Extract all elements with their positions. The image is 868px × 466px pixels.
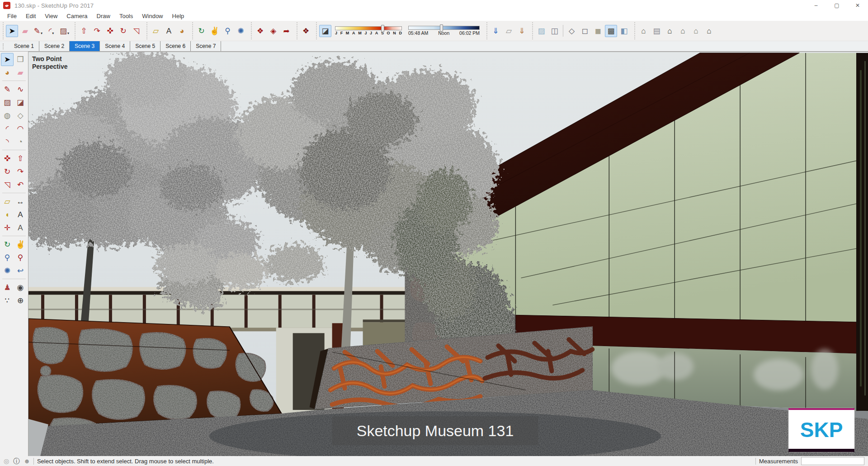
tool-rotate[interactable]: ↻ <box>1 165 14 178</box>
tool-select[interactable]: ➤ <box>1 53 14 66</box>
tool-orbit[interactable]: ↻ <box>1 238 14 251</box>
maximize-button[interactable]: ▢ <box>826 0 847 11</box>
dropdown-caret-icon[interactable]: ▾ <box>41 31 42 35</box>
tool-eraser[interactable]: ▰ <box>14 66 27 79</box>
tool-rotated-rectangle[interactable]: ◪ <box>14 96 27 109</box>
view-left-button[interactable]: ⌂ <box>703 25 715 37</box>
text-button[interactable]: A <box>163 25 175 37</box>
tool-offset[interactable]: ↶ <box>14 178 27 191</box>
select-button[interactable]: ➤ <box>6 25 18 37</box>
viewport-3d[interactable]: Sketchup Museum 131 SKP Two Point Perspe… <box>28 52 868 456</box>
orbit-button[interactable]: ↻ <box>195 25 208 37</box>
tool-pie[interactable]: ◔ <box>14 135 27 148</box>
tool-pan[interactable]: ✌ <box>14 238 27 251</box>
pan-button[interactable]: ✌ <box>208 25 221 37</box>
view-back-button[interactable]: ⌂ <box>690 25 702 37</box>
tool-two-point-arc[interactable]: ◠ <box>14 122 27 135</box>
tool-axes[interactable]: ✛ <box>1 221 14 234</box>
move-button[interactable]: ✜ <box>104 25 116 37</box>
line-button[interactable]: ✎▾ <box>32 25 44 37</box>
shaded-button[interactable]: ◼ <box>592 25 604 37</box>
add-location-button[interactable]: ⇓ <box>490 25 502 37</box>
zoom-button[interactable]: ⚲ <box>222 25 234 37</box>
menu-help[interactable]: Help <box>168 13 189 19</box>
back-edges-button[interactable]: ◫ <box>548 25 561 37</box>
rotate-button[interactable]: ↻ <box>117 25 129 37</box>
paint-bucket-button[interactable]: ◕ <box>176 25 188 37</box>
sign-in-status-icon[interactable]: ☻ <box>24 458 30 464</box>
tool-zoom-window[interactable]: ⚲ <box>14 251 27 264</box>
scene-tab-7[interactable]: Scene 7 <box>191 41 221 51</box>
time-slider-handle[interactable] <box>440 24 443 32</box>
minimize-button[interactable]: – <box>806 0 826 11</box>
scene-tab-2[interactable]: Scene 2 <box>39 41 70 51</box>
toggle-terrain-button[interactable]: ▱ <box>503 25 515 37</box>
extension-warehouse-button[interactable]: ❖ <box>254 25 266 37</box>
scale-button[interactable]: ◹ <box>130 25 142 37</box>
tool-push-pull[interactable]: ⇧ <box>14 152 27 165</box>
close-button[interactable]: ✕ <box>847 0 868 11</box>
view-top-button[interactable]: ▤ <box>651 25 663 37</box>
hidden-line-button[interactable]: ◻ <box>579 25 591 37</box>
menu-view[interactable]: View <box>40 13 62 19</box>
rectangle-button[interactable]: ▨▾ <box>58 25 71 37</box>
follow-me-button[interactable]: ↷ <box>91 25 103 37</box>
tool-three-point-arc[interactable]: ◝ <box>1 135 14 148</box>
tool-dimensions[interactable]: ↔ <box>14 195 27 208</box>
menu-draw[interactable]: Draw <box>92 13 115 19</box>
tool-move[interactable]: ✜ <box>1 152 14 165</box>
tool-tape-measure[interactable]: ▱ <box>1 195 14 208</box>
zoom-extents-button[interactable]: ✺ <box>235 25 247 37</box>
tool-polygon[interactable]: ◇ <box>14 109 27 122</box>
dropdown-caret-icon[interactable]: ▾ <box>67 31 69 35</box>
shadow-month-slider[interactable]: JFMAMJJASOND <box>335 26 402 35</box>
tool-look-around[interactable]: ◉ <box>14 281 27 294</box>
tool-zoom[interactable]: ⚲ <box>1 251 14 264</box>
tool-circle[interactable]: ◍ <box>1 109 14 122</box>
monochrome-button[interactable]: ◧ <box>618 25 630 37</box>
wireframe-button[interactable]: ◇ <box>566 25 578 37</box>
tool-previous-view[interactable]: ↩ <box>14 264 27 277</box>
tool-zoom-extents[interactable]: ✺ <box>1 264 14 277</box>
dropdown-caret-icon[interactable]: ▾ <box>52 31 54 35</box>
eraser-button[interactable]: ▰ <box>19 25 31 37</box>
view-right-button[interactable]: ⌂ <box>677 25 689 37</box>
tool-arc[interactable]: ◜ <box>1 122 14 135</box>
scene-tab-4[interactable]: Scene 4 <box>100 41 130 51</box>
menu-window[interactable]: Window <box>137 13 167 19</box>
scene-tab-5[interactable]: Scene 5 <box>130 41 160 51</box>
tool-compass[interactable]: ⊕ <box>14 294 27 307</box>
tool-text[interactable]: A <box>14 208 27 221</box>
shadows-toggle-button[interactable]: ◪ <box>319 25 331 37</box>
tool-paint-bucket[interactable]: ◕ <box>1 66 14 79</box>
photo-textures-button[interactable]: ⇓ <box>516 25 528 37</box>
xray-button[interactable]: ▨ <box>535 25 547 37</box>
send-to-layout-button[interactable]: ➦ <box>280 25 292 37</box>
scene-tab-3[interactable]: Scene 3 <box>70 41 100 51</box>
menu-tools[interactable]: Tools <box>115 13 137 19</box>
view-front-button[interactable]: ⌂ <box>664 25 676 37</box>
arc-button[interactable]: ◜▾ <box>45 25 57 37</box>
menu-edit[interactable]: Edit <box>21 13 40 19</box>
tape-measure-button[interactable]: ▱ <box>150 25 162 37</box>
tool-scale[interactable]: ◹ <box>1 178 14 191</box>
scene-tab-1[interactable]: Scene 1 <box>9 41 39 51</box>
tool-walk[interactable]: ∵ <box>1 294 14 307</box>
month-slider-handle[interactable] <box>381 25 384 32</box>
credits-status-icon[interactable]: ⓘ <box>13 458 19 464</box>
tool-make-component[interactable]: ❒ <box>14 53 27 66</box>
shadow-time-slider[interactable]: 05:48 AMNoon06:02 PM <box>408 26 480 36</box>
menu-file[interactable]: File <box>3 13 21 19</box>
geolocation-status-icon[interactable]: ◎ <box>4 458 9 464</box>
tool-rectangle[interactable]: ▨ <box>1 96 14 109</box>
tool-freehand[interactable]: ∿ <box>14 83 27 96</box>
tool-protractor[interactable]: ◖ <box>1 208 14 221</box>
menu-camera[interactable]: Camera <box>62 13 92 19</box>
tool-line[interactable]: ✎ <box>1 83 14 96</box>
tool-position-camera[interactable]: ♟ <box>1 281 14 294</box>
scene-tab-6[interactable]: Scene 6 <box>160 41 191 51</box>
measurements-input[interactable] <box>801 457 864 465</box>
view-iso-button[interactable]: ⌂ <box>637 25 650 37</box>
tool-follow-me[interactable]: ↷ <box>14 165 27 178</box>
extension-manager-button[interactable]: ❖ <box>300 25 312 37</box>
